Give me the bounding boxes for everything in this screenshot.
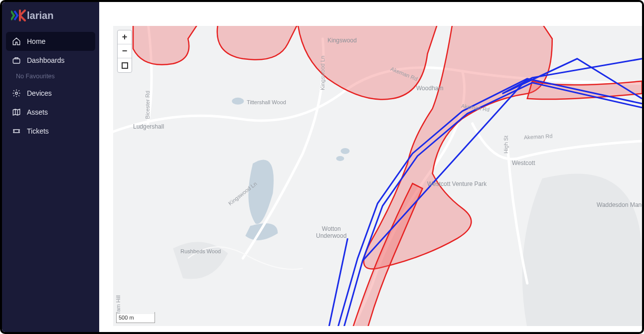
sidebar-nav: Home Dashboards No Favourites Devices As…	[2, 32, 99, 141]
briefcase-icon	[12, 56, 21, 65]
sidebar-item-devices[interactable]: Devices	[6, 84, 95, 103]
map-icon	[12, 108, 21, 117]
svg-point-6	[340, 148, 349, 154]
sidebar-item-dashboards[interactable]: Dashboards	[6, 51, 95, 70]
zoom-out-button[interactable]: −	[118, 44, 132, 58]
svg-point-5	[232, 98, 244, 105]
scale-bar: 500 m	[116, 314, 155, 323]
sidebar-item-label: Devices	[27, 89, 52, 97]
sidebar-favourites-empty: No Favourites	[6, 70, 95, 84]
zoom-control: + −	[117, 30, 132, 73]
home-icon	[12, 37, 21, 46]
sidebar-item-home[interactable]: Home	[6, 32, 95, 51]
sidebar-item-label: Tickets	[27, 127, 49, 135]
svg-point-2	[15, 92, 18, 95]
sidebar-item-label: Home	[27, 37, 45, 45]
sidebar-item-assets[interactable]: Assets	[6, 103, 95, 122]
sidebar-item-label: Assets	[27, 108, 48, 116]
map-svg	[113, 26, 642, 326]
zoom-reset-button[interactable]	[118, 58, 132, 72]
sidebar-item-tickets[interactable]: Tickets	[6, 122, 95, 141]
brand-logo: larian	[2, 9, 99, 32]
svg-text:larian: larian	[27, 10, 53, 21]
svg-point-7	[336, 156, 344, 161]
ticket-icon	[12, 127, 21, 136]
svg-rect-1	[13, 59, 20, 63]
gear-icon	[12, 89, 21, 98]
zoom-in-button[interactable]: +	[118, 30, 132, 44]
app-frame: larian Home Dashboards No Favourites	[0, 0, 644, 334]
main-content: Kingswood Woodham Ludgershall Tittershal…	[99, 2, 642, 332]
map-canvas[interactable]: Kingswood Woodham Ludgershall Tittershal…	[113, 26, 642, 326]
sidebar-item-label: Dashboards	[27, 56, 65, 64]
sidebar: larian Home Dashboards No Favourites	[2, 2, 99, 332]
